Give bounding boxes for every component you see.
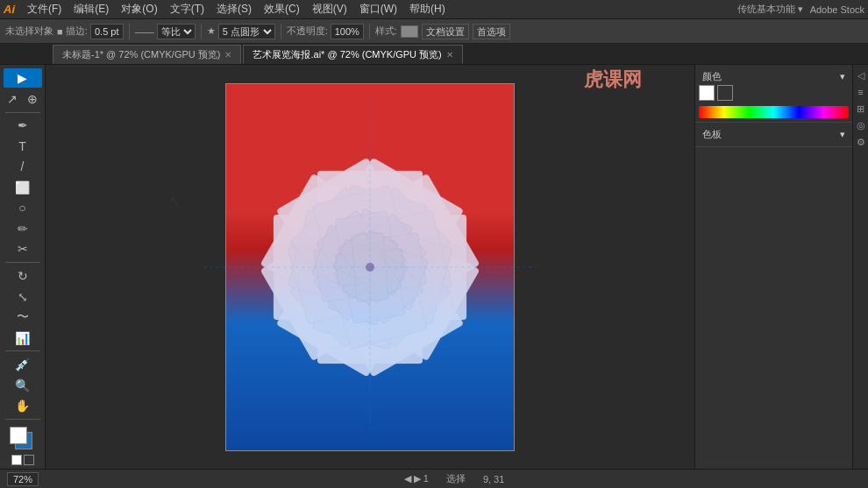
tab-untitled-label: 未标题-1* @ 72% (CMYK/GPU 预览) (62, 48, 220, 61)
style-section: —— 等比 (135, 24, 202, 39)
tool-type[interactable]: T (4, 137, 42, 156)
spiral-flower (203, 101, 537, 434)
tab-untitled[interactable]: 未标题-1* @ 72% (CMYK/GPU 预览) ✕ (53, 45, 241, 64)
tool-rotate[interactable]: ↻ (4, 266, 42, 286)
tool-divider-3 (5, 350, 40, 351)
fill-none[interactable] (11, 455, 22, 465)
panel-icon-2[interactable]: ≡ (854, 85, 868, 99)
tool-zoom[interactable]: 🔍 (4, 376, 42, 395)
tab-art-poster[interactable]: 艺术展览海报.ai* @ 72% (CMYK/GPU 预览) ✕ (243, 45, 462, 64)
toolbar: 未选择对象 ■ 描边: —— 等比 ★ 5 点圆形 不透明度: 样式: 文档设置… (0, 19, 868, 44)
menu-file[interactable]: 文件(F) (22, 0, 67, 18)
color-squares[interactable] (10, 427, 36, 451)
tool-scale[interactable]: ⤡ (4, 287, 42, 307)
tool-graph[interactable]: 📊 (4, 329, 42, 348)
points-section: ★ 5 点圆形 (207, 24, 281, 39)
tool-divider-2 (5, 262, 40, 263)
style-btn: 样式: (375, 25, 397, 38)
tool-pair-move: ↗ ⊕ (4, 89, 42, 109)
swatches-panel-title: 色板 ▾ (699, 126, 849, 143)
menu-window[interactable]: 窗口(W) (354, 0, 402, 18)
opacity-label: 不透明度: (287, 25, 328, 38)
stroke-label: 描边: (66, 25, 88, 38)
tool-group-select[interactable]: ⊕ (24, 89, 42, 109)
canvas-area[interactable]: ↖ (46, 65, 694, 469)
zoom-input[interactable] (7, 472, 39, 486)
artboard-nav[interactable]: ◀ ▶ 1 (404, 473, 429, 484)
points-icon: ★ (207, 25, 216, 37)
stroke-icon: ■ (57, 26, 63, 37)
tool-warp[interactable]: 〜 (4, 308, 42, 327)
color-panel-label: 颜色 (702, 70, 722, 83)
menu-effect[interactable]: 效果(C) (259, 0, 305, 18)
tool-hand[interactable]: ✋ (4, 396, 42, 415)
points-select[interactable]: 5 点圆形 (218, 24, 275, 39)
style-select[interactable]: 等比 (157, 24, 196, 39)
status-text: 选择 (446, 472, 466, 485)
tool-scissors[interactable]: ✂ (4, 240, 42, 259)
menu-bar: Ai 文件(F) 编辑(E) 对象(O) 文字(T) 选择(S) 效果(C) 视… (0, 0, 868, 19)
menu-text[interactable]: 文字(T) (165, 0, 210, 18)
panel-icon-4[interactable]: ◎ (854, 118, 868, 132)
color-swatches-row (699, 85, 849, 101)
tool-select[interactable]: ▶ (4, 68, 42, 88)
adobe-stock-label[interactable]: Adobe Stock (810, 4, 864, 15)
preferences-btn[interactable]: 首选项 (473, 24, 510, 39)
menu-right: 传统基本功能 ▾ Adobe Stock (737, 3, 864, 16)
color-foreground-swatch[interactable] (10, 427, 27, 444)
tool-eyedropper[interactable]: 💉 (4, 355, 42, 374)
panel-icon-3[interactable]: ⊞ (854, 102, 868, 116)
bottom-bar: ◀ ▶ 1 选择 9, 31 (0, 469, 868, 488)
style-label: —— (135, 26, 154, 37)
tabs-bar: 未标题-1* @ 72% (CMYK/GPU 预览) ✕ 艺术展览海报.ai* … (0, 44, 868, 65)
cursor-arrow: ↖ (168, 192, 181, 211)
menu-help[interactable]: 帮助(H) (404, 0, 451, 18)
color-swatch-area (10, 427, 36, 451)
panel-toggle-icon[interactable]: ◁ (854, 68, 868, 82)
tool-line[interactable]: / (4, 158, 42, 177)
ai-logo: Ai (4, 3, 15, 16)
menu-items: 文件(F) 编辑(E) 对象(O) 文字(T) 选择(S) 效果(C) 视图(V… (22, 0, 737, 18)
menu-edit[interactable]: 编辑(E) (68, 0, 114, 18)
tool-pen[interactable]: ✒ (4, 117, 42, 136)
stroke-section: ■ 描边: (57, 24, 130, 39)
zoom-control (7, 472, 39, 486)
no-selection-label: 未选择对象 (5, 25, 53, 38)
left-toolbar: ▶ ↗ ⊕ ✒ T / ⬜ ○ ✏ ✂ ↻ ⤡ 〜 📊 💉 🔍 ✋ (0, 65, 46, 469)
swatch-white[interactable] (699, 85, 715, 101)
watermark: 虎课网 (584, 67, 642, 93)
tab-art-poster-close[interactable]: ✕ (446, 50, 453, 60)
color-panel-collapse[interactable]: ▾ (840, 71, 845, 82)
menu-object[interactable]: 对象(O) (116, 0, 162, 18)
stroke-value-input[interactable] (90, 24, 124, 39)
swatch-dark[interactable] (717, 85, 733, 101)
swatches-label: 色板 (702, 128, 722, 141)
color-spectrum-bar[interactable] (699, 106, 849, 118)
tab-untitled-close[interactable]: ✕ (224, 50, 231, 60)
right-icons-panel: ◁ ≡ ⊞ ◎ ⚙ (852, 65, 868, 469)
swatches-panel: 色板 ▾ (695, 123, 852, 147)
tab-art-poster-label: 艺术展览海报.ai* @ 72% (CMYK/GPU 预览) (253, 48, 441, 61)
opacity-input[interactable] (331, 24, 364, 39)
fill-stroke-swap (11, 455, 34, 465)
opacity-section: 不透明度: (287, 24, 370, 39)
tool-direct-select[interactable]: ↗ (4, 89, 22, 109)
doc-settings-btn[interactable]: 文档设置 (422, 24, 469, 39)
menu-select[interactable]: 选择(S) (211, 0, 257, 18)
stroke-none[interactable] (24, 455, 34, 465)
tool-brush[interactable]: ✏ (4, 219, 42, 238)
panel-icon-5[interactable]: ⚙ (854, 135, 868, 149)
right-panel: 颜色 ▾ 色板 ▾ (694, 65, 852, 469)
tool-rect[interactable]: ⬜ (4, 178, 42, 197)
swatches-collapse[interactable]: ▾ (840, 129, 845, 140)
menu-view[interactable]: 视图(V) (307, 0, 352, 18)
status-bar: ◀ ▶ 1 选择 9, 31 (47, 472, 861, 485)
tool-ellipse[interactable]: ○ (4, 199, 42, 218)
color-panel-title: 颜色 ▾ (699, 68, 849, 85)
tool-divider-4 (5, 419, 40, 420)
canvas-wrapper (225, 83, 515, 451)
color-panel: 颜色 ▾ (695, 65, 852, 123)
workspace-label[interactable]: 传统基本功能 ▾ (737, 3, 803, 16)
style-preview (401, 25, 418, 38)
main-layout: ▶ ↗ ⊕ ✒ T / ⬜ ○ ✏ ✂ ↻ ⤡ 〜 📊 💉 🔍 ✋ (0, 65, 868, 469)
